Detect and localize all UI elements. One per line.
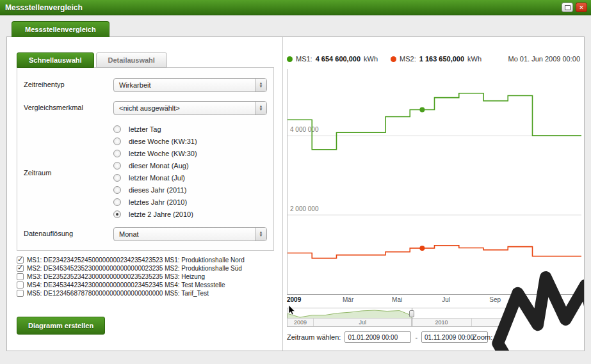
ms5-checkbox-row[interactable]: MS5: DE1234568787800000000000000000000 M…	[17, 289, 279, 297]
maximize-icon	[565, 5, 571, 10]
ms-label: MS2: DE3453452352300000000000000023235 M…	[27, 265, 242, 272]
mouse-arrow-cursor-icon	[288, 305, 295, 317]
radio-icon	[113, 198, 121, 206]
legend-unit: kWh	[364, 55, 378, 63]
radio-label: letzte 2 Jahre (2010)	[129, 210, 193, 218]
y-tick-label: 2 000 000	[290, 205, 319, 212]
radio-letztes-jahr[interactable]: letztes Jahr (2010)	[113, 198, 197, 206]
zeitraum-radio-group: letzter Tag diese Woche (KW:31) letzte W…	[113, 124, 197, 218]
window-buttons: ✕	[562, 3, 587, 12]
radio-label: letzter Tag	[129, 125, 161, 133]
range-separator: -	[415, 333, 417, 341]
y-tick-label: 4 000 000	[290, 126, 319, 133]
checkbox-icon	[17, 281, 24, 289]
hover-marker-MS2	[419, 246, 425, 251]
window-content: Messstellenvergleich Schnellauswahl Deta…	[0, 15, 591, 351]
ms2-series-dot-icon	[391, 56, 396, 62]
legend-item-ms2: MS2:1 163 650,000 kWh	[391, 55, 482, 63]
chart-pane: MS1:4 654 600,000 kWh MS2:1 163 650,000 …	[282, 37, 584, 351]
pan-hand-cursor-icon	[424, 253, 584, 351]
radio-label: letztes Jahr (2010)	[129, 198, 187, 206]
ms-label: MS5: DE1234568787800000000000000000000 M…	[27, 290, 209, 297]
ms1-series-dot-icon	[287, 56, 293, 62]
messstellen-list: MS1: DE2342342524500000000234235423523 M…	[17, 256, 279, 297]
radio-diese-woche[interactable]: diese Woche (KW:31)	[113, 138, 197, 145]
legend-label: MS2:	[400, 55, 416, 63]
radio-label: diese Woche (KW:31)	[129, 138, 197, 145]
datenaufloesung-select[interactable]: Monat ▲▼	[113, 227, 267, 241]
main-panel: Schnellauswahl Detailauswahl Zeitreihent…	[6, 36, 585, 351]
stepper-arrows-icon: ▲▼	[255, 79, 266, 91]
ms-label: MS1: DE2342342524500000000234235423523 M…	[27, 257, 245, 264]
vergleichsmerkmal-label: Vergleichsmerkmal	[24, 101, 113, 115]
radio-label: letzte Woche (KW:30)	[129, 150, 197, 157]
range-from-input[interactable]	[344, 331, 411, 343]
x-tick-label: Mär	[343, 296, 353, 303]
vergleichsmerkmal-value: <nicht ausgewählt>	[119, 104, 180, 112]
radio-icon	[113, 174, 121, 182]
datenaufloesung-value: Monat	[119, 230, 139, 238]
checkbox-icon	[17, 265, 24, 272]
radio-letzte-woche[interactable]: letzte Woche (KW:30)	[113, 150, 197, 157]
chart-legend: MS1:4 654 600,000 kWh MS2:1 163 650,000 …	[287, 52, 580, 65]
vergleichsmerkmal-select[interactable]: <nicht ausgewählt> ▲▼	[113, 101, 267, 115]
x-tick-label: Mai	[392, 296, 402, 303]
x-tick-label: 2009	[287, 296, 301, 303]
radio-icon	[113, 125, 121, 133]
maximize-button[interactable]	[562, 3, 573, 12]
schnellauswahl-form: Zeitreihentyp Wirkarbeit ▲▼ Vergleichsme…	[17, 67, 274, 251]
legend-unit: kWh	[467, 55, 482, 63]
nav-label-jul-2009: Jul	[314, 319, 412, 326]
ms-label: MS3: DE2352352342300000000000235235235 M…	[27, 273, 205, 280]
ms1-checkbox-row[interactable]: MS1: DE2342342524500000000234235423523 M…	[17, 256, 279, 264]
ms-label: MS4: DE3453442342300000000000023452345 M…	[27, 281, 225, 289]
range-label: Zeitraum wählen:	[287, 333, 341, 341]
radio-label: dieses Jahr (2011)	[129, 186, 186, 194]
legend-item-ms1: MS1:4 654 600,000 kWh	[287, 55, 378, 63]
stepper-arrows-icon: ▲▼	[255, 102, 266, 115]
radio-dieser-monat[interactable]: dieser Monat (Aug)	[113, 162, 197, 170]
ms4-checkbox-row[interactable]: MS4: DE3453442342300000000000023452345 M…	[17, 281, 279, 289]
tab-schnellauswahl[interactable]: Schnellauswahl	[17, 52, 94, 68]
tab-detailauswahl[interactable]: Detailauswahl	[96, 52, 167, 68]
zeitreihentyp-select[interactable]: Wirkarbeit ▲▼	[113, 78, 267, 92]
navigator-grip-icon	[409, 310, 414, 317]
radio-icon	[113, 150, 121, 157]
nav-label-2009: 2009	[287, 319, 314, 326]
navigator-spark	[287, 308, 412, 319]
ms3-checkbox-row[interactable]: MS3: DE2352352342300000000000235235235 M…	[17, 273, 279, 281]
datenaufloesung-label: Datenauflösung	[24, 227, 113, 241]
titlebar: Messstellenvergleich ✕	[0, 0, 591, 15]
close-icon: ✕	[579, 4, 584, 11]
navigator-handle[interactable]	[412, 308, 412, 326]
tab-messstellenvergleich[interactable]: Messstellenvergleich	[12, 21, 109, 37]
radio-icon	[113, 210, 121, 218]
selection-tabs: Schnellauswahl Detailauswahl	[17, 52, 282, 68]
legend-value: 4 654 600,000	[316, 55, 360, 63]
radio-icon	[113, 162, 121, 170]
radio-letzter-monat[interactable]: letzter Monat (Jul)	[113, 174, 197, 182]
close-button[interactable]: ✕	[576, 3, 587, 12]
chart-plot-area[interactable]: 2 000 0004 000 000	[287, 69, 581, 295]
hover-timestamp: Mo 01. Jun 2009 00:00	[508, 55, 580, 63]
ms2-checkbox-row[interactable]: MS2: DE3453452352300000000000000023235 M…	[17, 264, 279, 273]
zeitreihentyp-label: Zeitreihentyp	[24, 78, 113, 92]
window-title: Messstellenvergleich	[5, 3, 83, 12]
checkbox-icon	[17, 290, 24, 297]
checkbox-icon	[17, 257, 24, 264]
radio-label: letzter Monat (Jul)	[129, 174, 185, 182]
zeitreihentyp-value: Wirkarbeit	[119, 81, 151, 89]
radio-dieses-jahr[interactable]: dieses Jahr (2011)	[113, 186, 197, 194]
legend-value: 1 163 650,000	[419, 55, 464, 63]
checkbox-icon	[17, 273, 24, 280]
radio-letzter-tag[interactable]: letzter Tag	[113, 125, 197, 133]
radio-label: dieser Monat (Aug)	[129, 162, 189, 170]
legend-label: MS1:	[296, 55, 312, 63]
selection-pane: Schnellauswahl Detailauswahl Zeitreihent…	[7, 37, 282, 351]
radio-icon	[113, 138, 121, 145]
series-line-MS1	[287, 93, 581, 150]
radio-icon	[113, 186, 121, 194]
zeitraum-label: Zeitraum	[24, 124, 113, 218]
radio-letzte-2-jahre[interactable]: letzte 2 Jahre (2010)	[113, 210, 197, 218]
diagramm-erstellen-button[interactable]: Diagramm erstellen	[17, 317, 105, 335]
